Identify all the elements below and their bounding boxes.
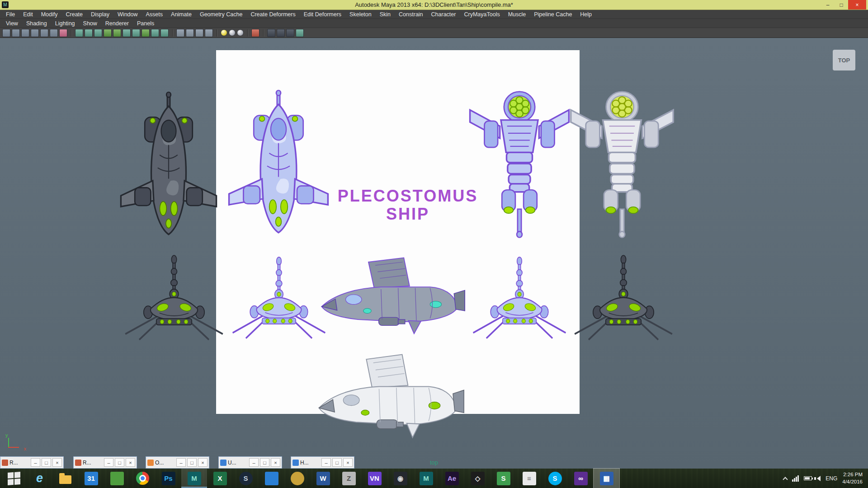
minimized-window-4[interactable]: U... – □ × [218, 456, 282, 469]
render-view-icon[interactable] [176, 29, 184, 37]
new-scene-icon[interactable] [2, 29, 10, 37]
taskbar-app-photoshop[interactable]: Ps [156, 469, 181, 488]
menu-display[interactable]: Display [87, 10, 113, 19]
restore-button[interactable]: □ [187, 458, 197, 467]
menu-edit[interactable]: Edit [19, 10, 37, 19]
panel-layout-icon-a[interactable] [267, 29, 275, 37]
taskbar-app-chrome[interactable] [130, 469, 156, 488]
minimize-button[interactable]: – [321, 458, 331, 467]
ship-light-bottom-view[interactable] [569, 88, 675, 239]
ipr-render-icon[interactable] [195, 29, 203, 37]
taskbar-app-visual-studio[interactable]: ∞ [568, 469, 594, 488]
taskbar-app-unity[interactable]: ◇ [465, 469, 491, 488]
close-button[interactable]: × [126, 458, 135, 467]
ship-gray-side-view[interactable] [318, 257, 467, 343]
render-settings-icon[interactable] [205, 29, 213, 37]
shading-ball-smooth-icon[interactable] [229, 29, 236, 36]
snap-curve-icon[interactable] [113, 29, 121, 37]
taskbar-app-green-s[interactable]: S [491, 469, 516, 488]
minimize-button[interactable]: – [176, 458, 186, 467]
taskbar-app-internet-explorer[interactable]: e [27, 469, 52, 488]
taskbar-app-maya-2[interactable]: M [413, 469, 439, 488]
ship-blue-front-view-right[interactable] [468, 256, 571, 347]
taskbar-app-maya[interactable]: M [181, 469, 207, 488]
minimize-button[interactable]: – [249, 458, 259, 467]
minimize-button[interactable]: – [31, 458, 40, 467]
close-button[interactable]: × [271, 458, 280, 467]
ship-dark-front-view-right[interactable] [570, 254, 677, 349]
network-icon[interactable] [792, 475, 799, 482]
menu-skeleton[interactable]: Skeleton [345, 10, 376, 19]
taskbar-app-purple-vn[interactable]: VN [362, 469, 387, 488]
ship-dark-top-view[interactable] [119, 91, 218, 240]
output-connections-icon[interactable] [160, 29, 169, 37]
minimized-window-1[interactable]: R... – □ × [0, 456, 64, 469]
minimized-window-2[interactable]: R... – □ × [73, 456, 137, 469]
viewport-top-camera[interactable]: PLECOSTOMUS SHIP [0, 38, 868, 469]
taskbar-app-eye-viewer[interactable]: ◉ [387, 469, 413, 488]
close-button[interactable]: × [848, 0, 866, 9]
taskbar-app-blue-messenger[interactable] [259, 469, 284, 488]
restore-button[interactable]: □ [332, 458, 342, 467]
no-live-surface-icon[interactable] [251, 29, 259, 37]
snap-plane-icon[interactable] [132, 29, 140, 37]
hidden-icons-chevron[interactable] [783, 477, 788, 482]
taskbar-app-calendar[interactable]: 31 [78, 469, 104, 488]
menu-help[interactable]: Help [576, 10, 596, 19]
close-button[interactable]: × [52, 458, 62, 467]
ship-blue-top-view[interactable] [227, 89, 330, 239]
panel-layout-icon-b[interactable] [277, 29, 285, 37]
select-object-icon[interactable] [85, 29, 93, 37]
taskbar-app-zbrush[interactable]: Z [336, 469, 362, 488]
panel-menu-lighting[interactable]: Lighting [51, 19, 79, 28]
panel-layout-icon-c[interactable] [286, 29, 294, 37]
menu-skin[interactable]: Skin [376, 10, 395, 19]
volume-icon[interactable] [817, 476, 821, 481]
snap-grid-icon[interactable] [104, 29, 112, 37]
maximize-button[interactable]: □ [835, 0, 848, 9]
snap-point-icon[interactable] [123, 29, 131, 37]
ship-dark-front-view-left[interactable] [120, 254, 228, 349]
minimize-button[interactable]: – [104, 458, 113, 467]
minimized-window-3[interactable]: O... – □ × [146, 456, 209, 469]
shading-ball-wire-icon[interactable] [237, 29, 244, 36]
menu-constrain[interactable]: Constrain [395, 10, 427, 19]
menu-pipeline-cache[interactable]: Pipeline Cache [530, 10, 576, 19]
panel-menu-view[interactable]: View [2, 19, 22, 28]
close-button[interactable]: × [343, 458, 353, 467]
minimize-button[interactable]: – [821, 0, 835, 9]
battery-icon[interactable] [804, 476, 812, 480]
ship-blue-front-view-left[interactable] [228, 256, 330, 347]
menu-edit-deformers[interactable]: Edit Deformers [300, 10, 345, 19]
shading-ball-textured-icon[interactable] [221, 29, 227, 36]
taskbar-app-gold-badge[interactable] [284, 469, 310, 488]
menu-muscle[interactable]: Muscle [504, 10, 530, 19]
menu-modify[interactable]: Modify [37, 10, 62, 19]
view-label-top[interactable]: TOP [833, 50, 855, 70]
panel-menu-show[interactable]: Show [79, 19, 101, 28]
panel-menu-panels[interactable]: Panels [133, 19, 158, 28]
taskbar-app-file-explorer[interactable] [52, 469, 78, 488]
input-connections-icon[interactable] [151, 29, 159, 37]
redo-icon[interactable] [40, 29, 48, 37]
start-button[interactable] [1, 469, 27, 488]
close-button[interactable]: × [198, 458, 208, 467]
panel-menu-shading[interactable]: Shading [22, 19, 51, 28]
menu-create-deformers[interactable]: Create Deformers [246, 10, 299, 19]
open-scene-icon[interactable] [12, 29, 20, 37]
taskbar-app-notes[interactable]: ≡ [516, 469, 542, 488]
taskbar-app-skype[interactable]: S [542, 469, 568, 488]
ship-blue-bottom-view[interactable] [468, 88, 571, 239]
taskbar-app-photo-viewer[interactable]: ▦ [594, 469, 619, 488]
menu-assets[interactable]: Assets [142, 10, 167, 19]
taskbar-app-green-tile[interactable] [104, 469, 130, 488]
menu-geometry-cache[interactable]: Geometry Cache [196, 10, 246, 19]
select-hierarchy-icon[interactable] [75, 29, 83, 37]
make-live-icon[interactable] [142, 29, 150, 37]
restore-button[interactable]: □ [115, 458, 124, 467]
taskbar-app-excel[interactable]: X [207, 469, 233, 488]
ship-white-side-view[interactable] [316, 353, 466, 448]
undo-icon[interactable] [31, 29, 39, 37]
taskbar-app-word[interactable]: W [310, 469, 336, 488]
save-scene-icon[interactable] [21, 29, 29, 37]
